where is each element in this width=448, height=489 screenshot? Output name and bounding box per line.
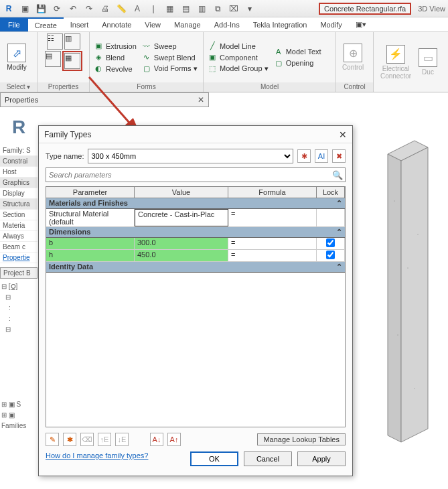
panel-connectors: ⚡ Electrical Connector ▭ Duc: [374, 32, 441, 92]
panel-select: ⬀ Modify Select ▾: [0, 32, 38, 92]
tab-modify[interactable]: Modify: [313, 17, 348, 31]
blend-button[interactable]: ◈Blend: [92, 52, 138, 63]
save-icon[interactable]: 💾: [35, 3, 47, 15]
collapse-icon[interactable]: ⌃: [336, 228, 342, 236]
rename-type-icon[interactable]: AI: [315, 149, 328, 163]
print-icon[interactable]: 🖨: [99, 3, 111, 15]
dialog-title-text: Family Types: [44, 130, 91, 139]
constraints-group[interactable]: Constrai: [0, 156, 38, 167]
svg-point-4: [394, 201, 395, 202]
modify-button[interactable]: ⬀ Modify: [3, 36, 31, 79]
electrical-connector-button[interactable]: ⚡ Electrical Connector: [376, 41, 415, 84]
edit-param-icon[interactable]: ✎: [46, 433, 59, 446]
apply-button[interactable]: Apply: [297, 451, 346, 466]
opening-button[interactable]: ▢Opening: [273, 58, 323, 68]
group-icon: ⬚: [208, 64, 217, 74]
search-parameters-row: 🔍: [46, 167, 346, 182]
model-text-button[interactable]: AModel Text: [273, 46, 323, 57]
group-materials[interactable]: Materials and Finishes⌃: [46, 198, 345, 209]
view1-icon[interactable]: ▦: [163, 3, 175, 15]
delete-type-icon[interactable]: ✖: [332, 149, 346, 163]
extrusion-button[interactable]: ▣Extrusion: [92, 41, 138, 52]
sort-desc-icon[interactable]: A↑: [167, 433, 181, 446]
sort-asc-icon[interactable]: A↓: [150, 433, 163, 446]
move-up-icon[interactable]: ↑E: [98, 433, 111, 446]
tab-expand-icon[interactable]: ▣▾: [349, 17, 373, 31]
delete-param-icon[interactable]: ⌫: [80, 433, 94, 446]
section-row: Section: [0, 210, 38, 220]
family-selector[interactable]: Family: S: [0, 145, 38, 156]
void-icon: ▢: [142, 64, 151, 74]
row-structural-material[interactable]: Structural Material (default Concrete - …: [46, 209, 345, 227]
tab-addins[interactable]: Add-Ins: [208, 17, 246, 31]
blend-icon: ◈: [94, 53, 103, 62]
tab-view[interactable]: View: [138, 17, 167, 31]
panel-select-label[interactable]: Select ▾: [0, 82, 37, 92]
col-value[interactable]: Value: [135, 187, 228, 198]
void-forms-button[interactable]: ▢Void Forms ▾: [141, 64, 199, 74]
model-line-button[interactable]: ╱Model Line: [206, 41, 270, 52]
group-dimensions[interactable]: Dimensions⌃: [46, 227, 345, 238]
help-link[interactable]: How do I manage family types?: [46, 451, 148, 466]
properties-close-icon[interactable]: ✕: [198, 95, 204, 104]
app-menu-icon[interactable]: R: [3, 3, 15, 15]
qat-dropdown-icon[interactable]: ▾: [244, 3, 256, 15]
tab-manage[interactable]: Manage: [167, 17, 208, 31]
sync-icon[interactable]: ⟳: [51, 3, 63, 15]
manage-lookup-tables-button[interactable]: Manage Lookup Tables: [257, 433, 346, 445]
lock-b-checkbox[interactable]: [326, 238, 335, 247]
tab-create[interactable]: Create: [28, 17, 64, 31]
panel-forms: ▣Extrusion ◈Blend ◐Revolve 〰Sweep ∿Swept…: [90, 32, 204, 92]
tab-annotate[interactable]: Annotate: [95, 17, 138, 31]
open-icon[interactable]: ▣: [19, 3, 31, 15]
switch-win-icon[interactable]: ⧉: [212, 3, 224, 15]
ok-button[interactable]: OK: [190, 451, 238, 466]
control-button[interactable]: ⊕ Control: [339, 36, 367, 79]
text-icon[interactable]: A: [131, 3, 143, 15]
project-browser-tree[interactable]: ⊟ [O̲] ⊟ : : ⊟ ⊞ ▣ S⊞ ▣ Families: [0, 279, 38, 434]
view2-icon[interactable]: ▤: [179, 3, 192, 15]
tab-insert[interactable]: Insert: [64, 17, 96, 31]
close-inactive-icon[interactable]: ⌧: [228, 3, 240, 15]
properties-icon[interactable]: ☷: [47, 33, 63, 50]
component-button[interactable]: ▣Component: [206, 52, 270, 63]
panel-control-label: Control: [336, 82, 373, 92]
3d-preview-beam[interactable]: [381, 134, 435, 449]
search-input[interactable]: [46, 171, 330, 179]
properties-help-link[interactable]: Propertie: [0, 253, 38, 263]
measure-icon[interactable]: 📏: [115, 3, 127, 15]
dialog-close-icon[interactable]: ✕: [339, 129, 347, 140]
search-icon[interactable]: 🔍: [330, 170, 345, 180]
structural-group[interactable]: Structura: [0, 199, 38, 210]
undo-icon[interactable]: ↶: [67, 3, 79, 15]
graphics-group[interactable]: Graphics: [0, 178, 38, 188]
revolve-button[interactable]: ◐Revolve: [92, 64, 138, 74]
move-down-icon[interactable]: ↓E: [115, 433, 129, 446]
lock-h-checkbox[interactable]: [326, 251, 335, 259]
family-types-icon[interactable]: ▦: [64, 53, 80, 69]
collapse-icon[interactable]: ⌃: [336, 263, 342, 271]
new-type-icon[interactable]: ✱: [297, 149, 311, 163]
family-category-icon[interactable]: ▤: [45, 51, 61, 67]
cancel-button[interactable]: Cancel: [244, 451, 292, 466]
file-tab[interactable]: File: [0, 17, 28, 31]
col-parameter[interactable]: Parameter: [46, 187, 135, 198]
svg-point-7: [398, 335, 398, 336]
type-name-select[interactable]: 300 x 450mm: [88, 149, 293, 163]
row-h[interactable]: h 450.0 =: [46, 250, 345, 262]
col-lock[interactable]: Lock: [317, 187, 345, 198]
new-param-icon[interactable]: ✱: [63, 433, 76, 446]
col-formula[interactable]: Formula: [228, 187, 317, 198]
model-group-button[interactable]: ⬚Model Group ▾: [206, 64, 270, 74]
tab-tekla[interactable]: Tekla Integration: [246, 17, 314, 31]
collapse-icon[interactable]: ⌃: [336, 199, 342, 208]
group-identity-data[interactable]: Identity Data⌃: [46, 262, 345, 273]
duct-connector-button[interactable]: ▭ Duc: [418, 41, 438, 84]
row-b[interactable]: b 300.0 =: [46, 238, 345, 250]
sweep-button[interactable]: 〰Sweep: [141, 41, 199, 52]
swept-blend-button[interactable]: ∿Swept Blend: [141, 52, 199, 63]
type-properties-icon[interactable]: ▥: [64, 33, 80, 50]
panel-model-label: Model: [204, 82, 335, 92]
view3-icon[interactable]: ▥: [196, 3, 208, 15]
redo-icon[interactable]: ↷: [83, 3, 95, 15]
